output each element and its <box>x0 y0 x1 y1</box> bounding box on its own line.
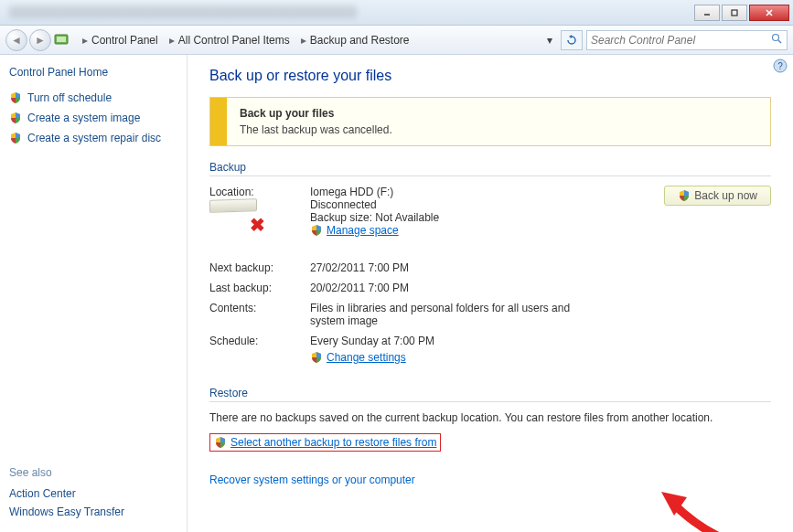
manage-space-link[interactable]: Manage space <box>327 224 399 237</box>
window-titlebar <box>0 0 793 26</box>
schedule-label: Schedule: <box>209 335 310 347</box>
breadcrumb-dropdown[interactable]: ▾ <box>542 34 557 47</box>
minimize-button[interactable] <box>694 5 720 21</box>
shield-icon <box>9 91 22 104</box>
location-status: Disconnected <box>310 198 664 211</box>
recover-system-link[interactable]: Recover system settings or your computer <box>209 473 415 486</box>
search-box[interactable] <box>586 30 788 50</box>
location-name: Iomega HDD (F:) <box>310 186 664 198</box>
sidebar-create-repair-disc[interactable]: Create a system repair disc <box>9 128 177 148</box>
control-panel-icon <box>53 32 70 48</box>
shield-icon <box>9 112 22 124</box>
shield-icon <box>310 224 323 237</box>
shield-icon <box>9 132 22 144</box>
svg-point-6 <box>773 34 779 40</box>
select-another-backup-link[interactable]: Select another backup to restore files f… <box>230 436 436 449</box>
drive-icon: ✖ <box>209 199 264 229</box>
sidebar-windows-easy-transfer[interactable]: Windows Easy Transfer <box>9 503 177 521</box>
breadcrumb-item[interactable]: ▸Backup and Restore <box>294 34 413 47</box>
title-blur <box>9 5 357 18</box>
back-button[interactable]: ◄ <box>5 29 27 51</box>
breadcrumb-item[interactable]: ▸All Control Panel Items <box>162 34 294 47</box>
sidebar-home[interactable]: Control Panel Home <box>9 66 177 79</box>
last-backup-label: Last backup: <box>209 282 310 294</box>
notice-bar <box>210 98 227 145</box>
next-backup-value: 27/02/2011 7:00 PM <box>310 261 771 274</box>
restore-text: There are no backups saved on the curren… <box>209 411 771 424</box>
contents-value: Files in libraries and personal folders … <box>310 302 584 327</box>
annotation-arrow <box>654 484 764 532</box>
svg-rect-1 <box>732 10 737 16</box>
next-backup-label: Next backup: <box>209 261 310 274</box>
contents-label: Contents: <box>209 302 310 314</box>
content-area: Back up or restore your files Back up yo… <box>188 55 793 532</box>
search-icon <box>771 33 783 48</box>
shield-icon <box>214 436 227 449</box>
close-button[interactable] <box>749 5 789 21</box>
sidebar: Control Panel Home Turn off schedule Cre… <box>0 55 188 532</box>
notice-title: Back up your files <box>240 107 334 120</box>
maximize-button[interactable] <box>722 5 747 21</box>
shield-icon <box>310 351 323 364</box>
see-also-heading: See also <box>9 466 177 479</box>
breadcrumb-item[interactable]: ▸Control Panel <box>75 34 162 47</box>
search-input[interactable] <box>591 34 771 47</box>
svg-rect-5 <box>57 37 66 42</box>
notice-text: The last backup was cancelled. <box>240 123 392 136</box>
page-title: Back up or restore your files <box>209 68 771 84</box>
schedule-value: Every Sunday at 7:00 PM <box>310 335 771 347</box>
backup-section-head: Backup <box>209 161 771 176</box>
notice-box: Back up your files The last backup was c… <box>209 97 771 146</box>
forward-button[interactable]: ► <box>29 29 51 51</box>
last-backup-value: 20/02/2011 7:00 PM <box>310 282 771 294</box>
sidebar-action-center[interactable]: Action Center <box>9 484 177 503</box>
back-up-now-button[interactable]: Back up now <box>664 186 771 206</box>
navigation-bar: ◄ ► ▸Control Panel ▸All Control Panel It… <box>0 26 793 55</box>
sidebar-create-system-image[interactable]: Create a system image <box>9 108 177 128</box>
refresh-button[interactable] <box>561 30 583 50</box>
svg-line-7 <box>778 40 781 43</box>
location-size: Backup size: Not Available <box>310 211 664 224</box>
restore-section-head: Restore <box>209 387 771 402</box>
error-x-icon: ✖ <box>250 214 268 232</box>
change-settings-link[interactable]: Change settings <box>327 351 406 364</box>
sidebar-turn-off-schedule[interactable]: Turn off schedule <box>9 88 177 108</box>
shield-icon <box>678 189 691 202</box>
